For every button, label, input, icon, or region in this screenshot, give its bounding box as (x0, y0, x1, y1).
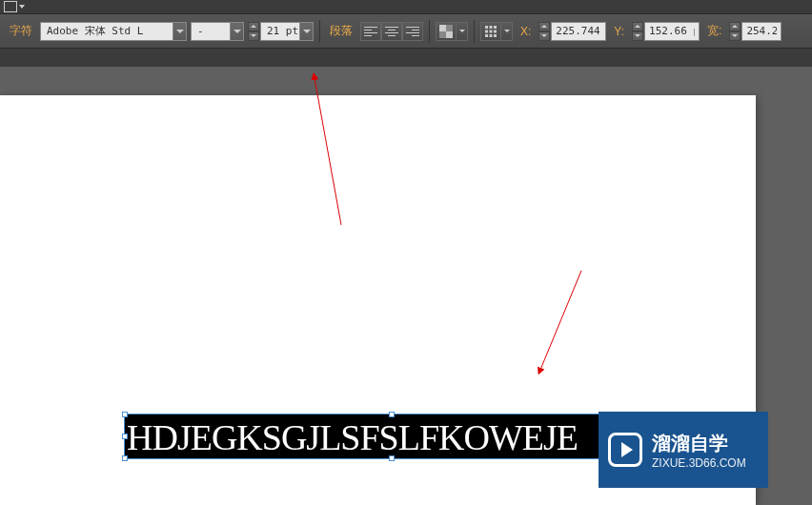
x-coord-spinner[interactable] (538, 22, 550, 41)
width-spinner[interactable] (729, 22, 741, 41)
spinner-up-icon[interactable] (538, 22, 550, 31)
top-menu-bar (0, 0, 812, 14)
x-coord-input[interactable] (551, 22, 606, 41)
font-size-dropdown[interactable]: 21 pt (260, 22, 314, 41)
align-group (360, 22, 423, 41)
annotation-arrow (529, 267, 596, 381)
toolbar-separator (429, 20, 430, 43)
spinner-down-icon[interactable] (729, 31, 741, 41)
align-to-dropdown-arrow[interactable] (501, 22, 513, 41)
svg-rect-0 (439, 25, 446, 31)
resize-handle[interactable] (122, 455, 128, 461)
svg-rect-2 (446, 25, 453, 31)
layout-mode-button[interactable] (4, 1, 32, 13)
watermark-url: ZIXUE.3D66.COM (652, 456, 746, 470)
font-size-value: 21 pt (261, 25, 299, 37)
text-control-toolbar: 字符 Adobe 宋体 Std L - 21 pt 段落 (0, 14, 812, 49)
svg-rect-10 (485, 34, 488, 37)
align-to-button[interactable] (480, 22, 501, 41)
svg-line-16 (540, 271, 581, 370)
width-input[interactable] (741, 22, 782, 41)
svg-rect-11 (490, 34, 493, 37)
svg-rect-6 (494, 26, 497, 29)
toolbar-separator (474, 20, 475, 43)
x-coord-label: X: (517, 25, 535, 38)
play-icon (621, 442, 633, 457)
width-label: 宽: (703, 23, 725, 39)
svg-rect-3 (439, 31, 446, 38)
font-style-dropdown[interactable]: - (191, 22, 244, 41)
y-coord-label: Y: (610, 25, 628, 38)
annotation-arrow (305, 72, 362, 234)
spinner-down-icon[interactable] (538, 31, 550, 41)
spinner-up-icon[interactable] (632, 22, 643, 31)
align-right-button[interactable] (402, 22, 423, 41)
character-panel-label[interactable]: 字符 (6, 23, 36, 39)
svg-line-14 (315, 78, 341, 225)
spinner-down-icon[interactable] (248, 31, 259, 41)
svg-rect-8 (490, 30, 493, 32)
font-family-dropdown[interactable]: Adobe 宋体 Std L (40, 22, 187, 41)
y-coord-spinner[interactable] (632, 22, 643, 41)
svg-rect-12 (494, 34, 497, 37)
resize-handle[interactable] (389, 412, 395, 417)
dropdown-arrow-icon (230, 23, 243, 40)
svg-rect-5 (490, 26, 493, 29)
resize-handle[interactable] (122, 412, 128, 417)
font-family-value: Adobe 宋体 Std L (41, 24, 173, 38)
opacity-dropdown-arrow[interactable] (457, 22, 468, 41)
resize-handle[interactable] (389, 455, 395, 461)
dropdown-arrow-icon (299, 23, 313, 40)
toolbar-separator (319, 20, 320, 43)
align-center-button[interactable] (381, 22, 402, 41)
watermark-title: 溜溜自学 (652, 431, 746, 456)
y-coord-input[interactable] (644, 22, 700, 41)
align-left-button[interactable] (360, 22, 381, 41)
spinner-down-icon[interactable] (632, 31, 643, 41)
sub-toolbar (0, 49, 812, 68)
watermark-logo-icon (608, 433, 642, 467)
resize-handle[interactable] (122, 434, 128, 439)
font-size-spinner[interactable] (248, 22, 259, 41)
svg-rect-1 (446, 31, 453, 38)
opacity-button[interactable] (436, 22, 457, 41)
svg-rect-7 (485, 30, 488, 32)
text-frame[interactable]: HDJEGKSGJLSFSLFKOWEJE (124, 414, 660, 459)
spinner-up-icon[interactable] (729, 22, 741, 31)
svg-rect-9 (494, 30, 497, 32)
text-content[interactable]: HDJEGKSGJLSFSLFKOWEJE (125, 414, 659, 460)
font-style-value: - (192, 25, 230, 37)
spinner-up-icon[interactable] (248, 22, 259, 31)
dropdown-arrow-icon (173, 23, 186, 40)
paragraph-panel-label[interactable]: 段落 (326, 23, 356, 39)
svg-rect-4 (485, 26, 488, 29)
watermark: 溜溜自学 ZIXUE.3D66.COM (599, 412, 768, 488)
